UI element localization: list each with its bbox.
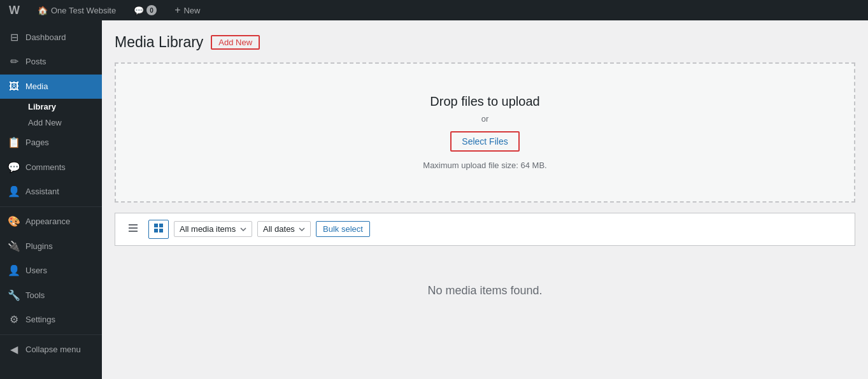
sidebar-label-pages: Pages	[25, 137, 49, 148]
bulk-select-button[interactable]: Bulk select	[316, 221, 370, 237]
comments-sidebar-icon: 💬	[8, 161, 20, 175]
upload-max-size: Maximum upload file size: 64 MB.	[423, 161, 546, 170]
upload-content: Drop files to upload or Select Files Max…	[423, 94, 546, 170]
site-name-label: One Test Website	[51, 6, 116, 15]
sidebar-item-dashboard[interactable]: ⊟ Dashboard	[0, 25, 102, 50]
sidebar-item-pages[interactable]: 📋 Pages	[0, 131, 102, 155]
sidebar-label-assistant: Assistant	[25, 186, 59, 197]
sidebar-submenu-media: Library Add New	[0, 99, 102, 131]
sidebar-divider-2	[0, 334, 102, 335]
page-title: Media Library	[115, 33, 203, 52]
svg-rect-0	[129, 224, 138, 225]
svg-rect-1	[129, 227, 138, 229]
upload-or-label: or	[423, 114, 546, 124]
svg-rect-3	[154, 224, 158, 227]
add-new-button[interactable]: Add New	[211, 35, 260, 50]
sidebar-label-media: Media	[25, 81, 48, 92]
plugins-icon: 🔌	[8, 240, 20, 254]
site-home-icon: 🏠	[38, 6, 48, 15]
comments-count: 0	[146, 5, 157, 15]
sidebar-label-tools: Tools	[25, 290, 45, 301]
sidebar-label-dashboard: Dashboard	[25, 32, 66, 43]
media-icon: 🖼	[8, 80, 20, 94]
sidebar-item-settings[interactable]: ⚙ Settings	[0, 308, 102, 332]
site-name-item[interactable]: 🏠 One Test Website	[34, 0, 120, 20]
sidebar-item-comments[interactable]: 💬 Comments	[0, 155, 102, 180]
media-filter-select[interactable]: All media items Images Audio Video Docum…	[174, 221, 252, 237]
sidebar-item-posts[interactable]: ✏ Posts	[0, 50, 102, 74]
sidebar-label-collapse: Collapse menu	[25, 344, 81, 355]
sidebar-item-appearance[interactable]: 🎨 Appearance	[0, 210, 102, 234]
sidebar-label-users: Users	[25, 265, 47, 276]
sidebar-label-plugins: Plugins	[25, 241, 53, 252]
upload-title: Drop files to upload	[423, 94, 546, 109]
plus-icon: +	[174, 4, 180, 16]
comments-icon: 💬	[134, 6, 144, 15]
pages-icon: 📋	[8, 136, 20, 150]
new-item[interactable]: + New	[171, 0, 204, 20]
page-header: Media Library Add New	[115, 33, 855, 52]
grid-view-icon	[153, 222, 164, 234]
grid-view-button[interactable]	[148, 220, 169, 239]
sidebar-item-media[interactable]: 🖼 Media	[0, 75, 102, 99]
svg-rect-5	[154, 229, 158, 232]
list-view-button[interactable]	[123, 220, 143, 239]
sidebar-item-tools[interactable]: 🔧 Tools	[0, 283, 102, 308]
tools-icon: 🔧	[8, 289, 20, 303]
sidebar-submenu-add-new[interactable]: Add New	[23, 115, 102, 131]
new-label: New	[183, 6, 200, 15]
sidebar: ⊟ Dashboard ✏ Posts 🖼 Media Library Add …	[0, 20, 102, 379]
appearance-icon: 🎨	[8, 215, 20, 229]
wp-logo-icon: W	[9, 4, 20, 17]
svg-rect-4	[159, 224, 163, 227]
select-files-button[interactable]: Select Files	[450, 131, 519, 152]
dashboard-icon: ⊟	[8, 31, 20, 45]
collapse-icon: ◀	[8, 343, 20, 357]
list-view-icon	[127, 222, 139, 234]
main-content: Media Library Add New Drop files to uplo…	[102, 20, 868, 379]
sidebar-item-plugins[interactable]: 🔌 Plugins	[0, 234, 102, 259]
sidebar-item-assistant[interactable]: 👤 Assistant	[0, 180, 102, 204]
svg-rect-6	[159, 229, 163, 232]
posts-icon: ✏	[8, 55, 20, 69]
settings-icon: ⚙	[8, 313, 20, 327]
date-filter-select[interactable]: All dates	[257, 221, 311, 237]
wp-logo-item[interactable]: W	[5, 0, 24, 20]
sidebar-divider	[0, 206, 102, 207]
sidebar-submenu-library[interactable]: Library	[23, 99, 102, 115]
sidebar-label-posts: Posts	[25, 56, 46, 68]
comments-item[interactable]: 💬 0	[130, 0, 160, 20]
users-icon: 👤	[8, 264, 20, 278]
no-media-message: No media items found.	[115, 246, 855, 336]
sidebar-item-users[interactable]: 👤 Users	[0, 259, 102, 283]
sidebar-label-settings: Settings	[25, 314, 55, 325]
sidebar-label-appearance: Appearance	[25, 216, 70, 227]
media-toolbar: All media items Images Audio Video Docum…	[115, 213, 855, 246]
svg-rect-2	[129, 231, 138, 232]
upload-area[interactable]: Drop files to upload or Select Files Max…	[115, 62, 855, 203]
assistant-icon: 👤	[8, 185, 20, 199]
sidebar-item-collapse[interactable]: ◀ Collapse menu	[0, 338, 102, 362]
sidebar-label-comments: Comments	[25, 162, 66, 173]
main-layout: ⊟ Dashboard ✏ Posts 🖼 Media Library Add …	[0, 20, 868, 379]
top-bar: W 🏠 One Test Website 💬 0 + New	[0, 0, 868, 20]
